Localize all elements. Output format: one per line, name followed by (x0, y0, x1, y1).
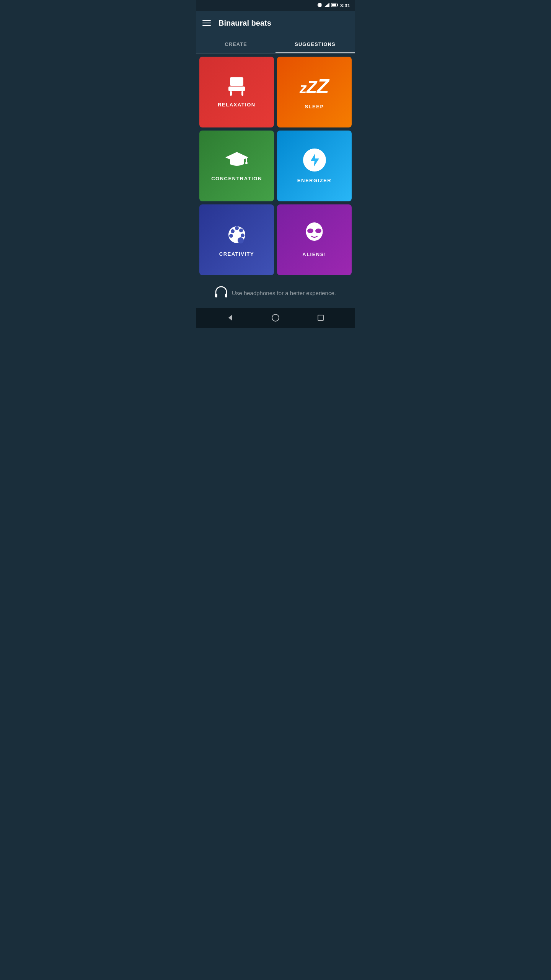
svg-rect-2 (321, 4, 322, 6)
back-button[interactable] (223, 310, 238, 325)
signal-icon (324, 3, 329, 8)
tab-suggestions[interactable]: SUGGESTIONS (276, 35, 355, 53)
bolt-icon (303, 149, 326, 172)
svg-point-21 (229, 234, 233, 238)
svg-rect-29 (318, 315, 323, 320)
alien-icon (304, 222, 325, 245)
aliens-label: ALIENS! (302, 252, 326, 257)
svg-rect-9 (230, 91, 232, 96)
svg-marker-27 (228, 315, 232, 321)
battery-icon (331, 3, 338, 8)
creativity-tile[interactable]: CREATIVITY (199, 204, 274, 275)
svg-point-20 (241, 234, 245, 237)
energizer-tile[interactable]: ENERGIZER (277, 131, 352, 201)
vibrate-icon (318, 2, 322, 8)
app-title: Binaural beats (218, 19, 271, 28)
svg-rect-5 (337, 4, 338, 6)
sleep-tile[interactable]: zZZ SLEEP (277, 57, 352, 127)
graduation-cap-icon (225, 150, 248, 170)
tab-bar: CREATE SUGGESTIONS (196, 35, 355, 54)
svg-marker-14 (311, 153, 319, 167)
energizer-label: ENERGIZER (297, 178, 331, 183)
hint-text: Use headphones for a better experience. (232, 290, 336, 296)
aliens-tile[interactable]: ALIENS! (277, 204, 352, 275)
headphones-icon (215, 286, 227, 300)
zzz-icon: zZZ (300, 75, 329, 98)
suggestions-grid: RELAXATION zZZ SLEEP CONCENTRATION (196, 54, 355, 278)
svg-point-28 (272, 314, 279, 321)
sleep-label: SLEEP (305, 104, 324, 109)
svg-marker-11 (225, 152, 248, 163)
svg-rect-6 (332, 4, 336, 7)
home-button[interactable] (268, 310, 283, 325)
recent-button[interactable] (313, 310, 328, 325)
tab-create[interactable]: CREATE (196, 35, 276, 53)
svg-marker-3 (324, 3, 329, 7)
svg-rect-26 (225, 294, 227, 297)
svg-point-19 (239, 229, 243, 232)
status-time: 3:31 (340, 3, 350, 8)
status-bar: 3:31 (196, 0, 355, 11)
svg-rect-10 (241, 91, 243, 96)
status-icons: 3:31 (318, 2, 350, 8)
relaxation-tile[interactable]: RELAXATION (199, 57, 274, 127)
svg-point-16 (238, 237, 244, 243)
footer-hint: Use headphones for a better experience. (196, 278, 355, 308)
svg-point-18 (235, 226, 239, 230)
svg-point-24 (315, 229, 321, 233)
svg-rect-1 (318, 4, 318, 6)
svg-rect-8 (228, 87, 245, 91)
svg-point-17 (231, 229, 235, 233)
palette-icon (226, 223, 248, 245)
nav-bar (196, 308, 355, 328)
relaxation-label: RELAXATION (218, 102, 256, 108)
svg-rect-25 (215, 294, 217, 297)
creativity-label: CREATIVITY (219, 251, 254, 257)
svg-point-13 (245, 162, 248, 164)
svg-rect-0 (318, 3, 321, 7)
chair-icon (226, 77, 247, 96)
app-bar: Binaural beats (196, 11, 355, 35)
svg-rect-7 (230, 77, 243, 86)
menu-button[interactable] (202, 20, 211, 26)
concentration-tile[interactable]: CONCENTRATION (199, 131, 274, 201)
svg-point-23 (307, 229, 313, 233)
concentration-label: CONCENTRATION (211, 176, 262, 181)
